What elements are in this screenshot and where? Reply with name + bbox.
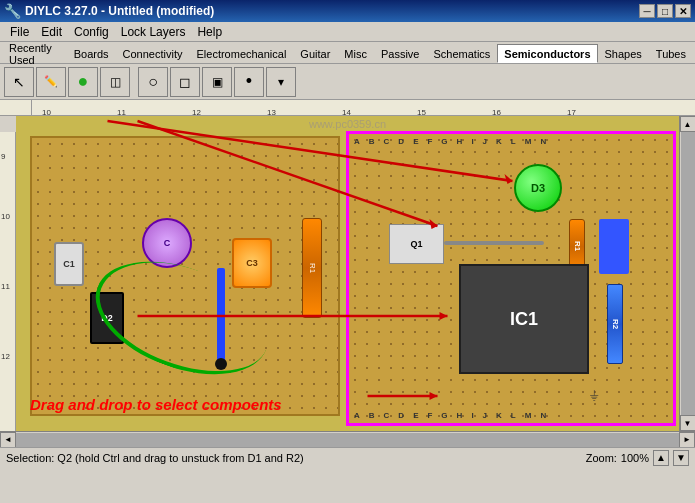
black-dot [215,358,227,370]
q1-label: Q1 [410,239,422,249]
drag-text: Drag and drop to select compoents [30,396,282,413]
col-labels-bottom: ABCDEFGHIJKLMN [354,411,546,420]
d3-label: D3 [531,182,545,194]
title-bar: 🔧 DIYLC 3.27.0 - Untitled (modified) ─ □… [0,0,695,22]
menu-edit[interactable]: Edit [35,23,68,41]
zoom-value: 100% [621,452,649,464]
tab-boards[interactable]: Boards [67,44,116,63]
tab-guitar[interactable]: Guitar [293,44,337,63]
main-area: 10 11 12 13 14 15 16 17 9 10 11 12 www.p… [0,100,695,467]
scroll-left-button[interactable]: ◄ [0,432,16,448]
scrollbar-right[interactable]: ▲ ▼ [679,116,695,431]
draw-tool[interactable]: ✏️ [36,67,66,97]
ruler-9: 9 [1,152,5,161]
status-right: Zoom: 100% ▲ ▼ [586,450,689,466]
scroll-right-button[interactable]: ► [679,432,695,448]
menu-bar: File Edit Config Lock Layers Help [0,22,695,42]
left-breadboard: C1 D2 C C3 R1 [30,136,340,416]
minimize-button[interactable]: ─ [639,4,655,18]
tab-electromechanical[interactable]: Electromechanical [189,44,293,63]
r2-component[interactable]: R2 [607,284,623,364]
title-bar-controls[interactable]: ─ □ ✕ [639,4,691,18]
tab-connectivity[interactable]: Connectivity [116,44,190,63]
ruler-10-left: 10 [1,212,10,221]
cursor-tool[interactable]: ↖ [4,67,34,97]
scrollbar-bottom[interactable]: ◄ ► [0,431,695,447]
menu-config[interactable]: Config [68,23,115,41]
ground-symbol: ⏚ [584,384,604,404]
ruler-12-left: 12 [1,352,10,361]
ruler-top: 10 11 12 13 14 15 16 17 [0,100,695,116]
menu-help[interactable]: Help [191,23,228,41]
maximize-button[interactable]: □ [657,4,673,18]
tab-schematics[interactable]: Schematics [426,44,497,63]
watermark: www.pc0359.cn [309,118,386,130]
oval-tool[interactable]: ○ [138,67,168,97]
wire-h1 [444,241,544,245]
title-bar-left: 🔧 DIYLC 3.27.0 - Untitled (modified) [4,3,214,19]
scroll-track-v[interactable] [681,132,695,415]
scroll-down-button[interactable]: ▼ [680,415,696,431]
eraser-tool[interactable]: ◫ [100,67,130,97]
scroll-up-button[interactable]: ▲ [680,116,696,132]
zoom-label: Zoom: [586,452,617,464]
menu-file[interactable]: File [4,23,35,41]
tab-misc[interactable]: Misc [337,44,374,63]
c3-component[interactable]: C3 [232,238,272,288]
status-bar: Selection: Q2 (hold Ctrl and drag to uns… [0,447,695,467]
tab-shapes[interactable]: Shapes [598,44,649,63]
ic1-label: IC1 [510,309,538,330]
d3-component[interactable]: D3 [514,164,562,212]
app-icon: 🔧 [4,3,21,19]
tab-recently-used[interactable]: Recently Used [2,44,67,63]
tab-passive[interactable]: Passive [374,44,427,63]
ruler-10: 10 [42,108,51,117]
roundrect-tool[interactable]: ▣ [202,67,232,97]
tabs-row: Recently Used Boards Connectivity Electr… [0,42,695,64]
zoom-increase-button[interactable]: ▲ [653,450,669,466]
c1-component[interactable]: C1 [50,238,88,290]
tab-semiconductors[interactable]: Semiconductors [497,44,597,63]
col-labels-top: ABCDEFGHIJKLMN [354,137,546,146]
ruler-12: 12 [192,108,201,117]
blue-dots-component[interactable] [599,219,629,274]
blue-wire [217,268,225,368]
menu-lock-layers[interactable]: Lock Layers [115,23,192,41]
purple-cap[interactable]: C [142,218,192,268]
tab-tubes[interactable]: Tubes [649,44,693,63]
zoom-decrease-button[interactable]: ▼ [673,450,689,466]
ruler-17: 17 [567,108,576,117]
dot-tool[interactable]: • [234,67,264,97]
ruler-11: 11 [117,108,126,117]
close-button[interactable]: ✕ [675,4,691,18]
r1-component[interactable]: R1 [302,218,322,318]
q1-component[interactable]: Q1 [389,224,444,264]
r1-right-label: R1 [573,241,582,251]
circle-tool[interactable]: ● [68,67,98,97]
c3-label: C3 [246,258,258,268]
window-title: DIYLC 3.27.0 - Untitled (modified) [25,4,214,18]
icon-toolbar: ↖ ✏️ ● ◫ ○ ◻ ▣ • ▾ [0,64,695,100]
ruler-15: 15 [417,108,426,117]
r1-label: R1 [308,263,317,273]
c1-label: C1 [63,259,75,269]
ic1-component[interactable]: IC1 [459,264,589,374]
dropdown-tool[interactable]: ▾ [266,67,296,97]
canvas-area[interactable]: www.pc0359.cn C1 D2 C [16,116,679,431]
ruler-11-left: 11 [1,282,10,291]
ruler-left: 9 10 11 12 [0,132,16,431]
right-breadboard: ABCDEFGHIJKLMN ABCDEFGHIJKLMN D3 Q1 R1 [346,131,676,426]
ruler-16: 16 [492,108,501,117]
square-tool[interactable]: ◻ [170,67,200,97]
scroll-track-h[interactable] [16,433,679,447]
r2-label: R2 [611,319,620,329]
status-text: Selection: Q2 (hold Ctrl and drag to uns… [6,452,586,464]
ruler-13: 13 [267,108,276,117]
ruler-14: 14 [342,108,351,117]
